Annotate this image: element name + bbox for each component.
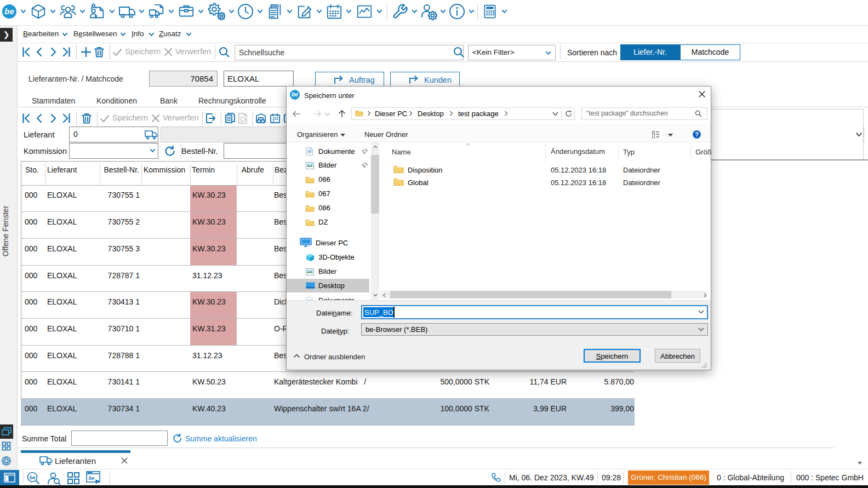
svg-text:be: be [89, 475, 95, 481]
svg-text:be: be [30, 475, 36, 480]
